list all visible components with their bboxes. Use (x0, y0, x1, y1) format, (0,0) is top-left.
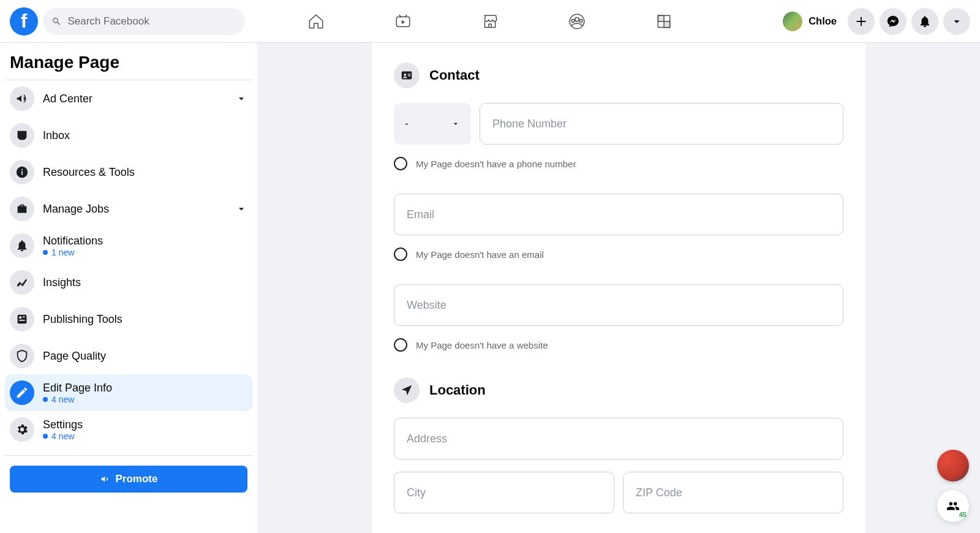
no-phone-radio[interactable] (394, 157, 407, 170)
sidebar-item-label: Publishing Tools (43, 313, 123, 326)
nav-watch[interactable] (393, 12, 413, 31)
sidebar-item-resources[interactable]: Resources & Tools (5, 154, 252, 191)
create-button[interactable] (848, 8, 875, 35)
address-input[interactable] (394, 418, 843, 459)
chevron-down-icon (235, 93, 247, 105)
nav-gaming[interactable] (654, 12, 674, 31)
svg-rect-9 (18, 315, 27, 324)
sidebar-item-publishing-tools[interactable]: Publishing Tools (5, 301, 252, 338)
dial-code-select[interactable]: - (394, 103, 471, 145)
svg-point-2 (575, 17, 579, 21)
promote-section: Promote (5, 455, 252, 493)
marketplace-icon (481, 12, 499, 31)
svg-point-8 (21, 169, 23, 170)
no-phone-row: My Page doesn't have a phone number (394, 157, 843, 170)
sidebar-item-edit-page-info[interactable]: Edit Page Info 4 new (5, 374, 252, 411)
nav-home[interactable] (306, 12, 326, 31)
sidebar-item-settings[interactable]: Settings 4 new (5, 411, 252, 448)
search-input[interactable] (67, 15, 236, 28)
account-menu-button[interactable] (943, 8, 970, 35)
svg-rect-11 (23, 316, 25, 317)
promote-button[interactable]: Promote (10, 466, 247, 493)
sidebar-item-notifications[interactable]: Notifications 1 new (5, 227, 252, 264)
search-icon (51, 16, 61, 27)
shield-icon (10, 344, 34, 368)
contacts-button[interactable]: 45 (937, 490, 969, 522)
insights-icon (10, 270, 34, 295)
floating-widgets: 45 (937, 450, 969, 522)
sidebar-item-label: Insights (43, 276, 81, 289)
no-email-radio[interactable] (394, 248, 407, 261)
location-title: Location (429, 382, 486, 398)
info-icon (10, 160, 34, 184)
dial-value: - (405, 118, 409, 130)
no-email-row: My Page doesn't have an email (394, 248, 843, 261)
messenger-button[interactable] (880, 8, 907, 35)
location-header: Location (394, 377, 843, 403)
sidebar-item-ad-center[interactable]: Ad Center (5, 80, 252, 117)
sidebar-item-label: Inbox (43, 129, 70, 142)
plus-icon (854, 15, 868, 28)
contact-title: Contact (429, 67, 480, 83)
gaming-icon (655, 12, 673, 31)
megaphone-icon (100, 474, 111, 485)
avatar (783, 12, 802, 31)
profile-chip[interactable]: Chloe (780, 9, 843, 34)
briefcase-icon (10, 197, 34, 221)
phone-input[interactable] (480, 103, 843, 145)
zip-input[interactable] (623, 472, 843, 513)
sidebar-item-label: Notifications (43, 235, 103, 248)
header-right: Chloe (780, 8, 970, 35)
location-arrow-icon (394, 377, 420, 403)
publishing-icon (10, 307, 34, 331)
nav-groups[interactable] (567, 12, 587, 31)
home-icon (307, 12, 325, 31)
sidebar-item-label: Manage Jobs (43, 203, 109, 216)
nav-marketplace[interactable] (480, 12, 500, 31)
search-box[interactable] (43, 8, 245, 35)
svg-point-14 (404, 74, 406, 76)
sidebar-item-inbox[interactable]: Inbox (5, 117, 252, 154)
no-website-radio[interactable] (394, 338, 407, 352)
no-email-label: My Page doesn't have an email (416, 249, 544, 260)
notifications-button[interactable] (911, 8, 938, 35)
phone-row: - (394, 103, 843, 145)
sidebar-item-insights[interactable]: Insights (5, 264, 252, 301)
website-input[interactable] (394, 284, 843, 326)
sidebar-item-label: Settings (43, 418, 83, 431)
chevron-down-icon (235, 203, 247, 215)
no-website-label: My Page doesn't have a website (416, 340, 548, 350)
caret-down-icon (950, 15, 963, 28)
sidebar-item-subtext: 4 new (43, 431, 83, 441)
profile-name: Chloe (809, 15, 837, 27)
sidebar-item-label: Ad Center (43, 93, 92, 105)
contact-header: Contact (394, 62, 843, 88)
nav-center (306, 12, 674, 31)
no-website-row: My Page doesn't have a website (394, 338, 843, 352)
contact-card-icon (394, 62, 420, 88)
sidebar-item-subtext: 1 new (43, 248, 103, 257)
megaphone-icon (10, 86, 34, 111)
svg-rect-10 (19, 316, 21, 319)
sidebar-item-page-quality[interactable]: Page Quality (5, 338, 252, 374)
email-input[interactable] (394, 194, 843, 235)
svg-point-4 (579, 19, 582, 22)
contacts-count: 45 (959, 511, 967, 518)
sidebar-item-label: Edit Page Info (43, 382, 112, 395)
main-content: Contact - My Page doesn't have a phone n… (257, 43, 980, 533)
watch-icon (394, 12, 412, 31)
groups-icon (568, 12, 586, 31)
sidebar-item-label: Resources & Tools (43, 166, 135, 179)
promote-label: Promote (116, 473, 158, 485)
bell-icon (918, 15, 932, 28)
messenger-icon (886, 15, 900, 28)
city-input[interactable] (394, 472, 614, 513)
svg-rect-16 (408, 75, 411, 76)
facebook-logo[interactable]: f (10, 7, 38, 36)
chat-avatar[interactable] (937, 450, 969, 482)
svg-point-3 (571, 19, 575, 22)
sidebar-item-manage-jobs[interactable]: Manage Jobs (5, 191, 252, 227)
pencil-icon (10, 380, 34, 405)
caret-down-icon (451, 119, 460, 128)
location-section: Location (394, 377, 843, 513)
